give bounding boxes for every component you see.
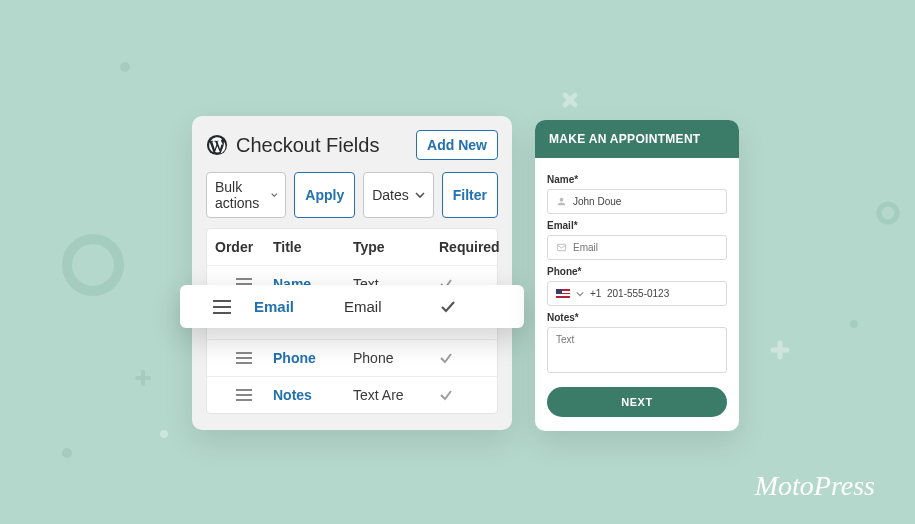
check-icon: [440, 299, 514, 315]
drag-handle-icon[interactable]: [190, 300, 254, 314]
decor-circle-outline: [58, 230, 128, 300]
email-input[interactable]: [573, 242, 718, 253]
phone-field[interactable]: [547, 281, 727, 306]
decor-dot: [160, 430, 168, 438]
bulk-actions-label: Bulk actions: [215, 179, 265, 211]
phone-input[interactable]: [590, 288, 718, 299]
appointment-heading: MAKE AN APPOINTMENT: [535, 120, 739, 158]
appointment-card: MAKE AN APPOINTMENT Name* Email* Phone* …: [535, 120, 739, 431]
email-field[interactable]: [547, 235, 727, 260]
col-order: Order: [215, 239, 273, 255]
drag-handle-icon[interactable]: [215, 352, 273, 364]
drag-handle-icon[interactable]: [215, 389, 273, 401]
brand-logo: MotoPress: [755, 470, 875, 502]
check-icon: [439, 351, 489, 365]
toolbar: Bulk actions Apply Dates Filter: [206, 172, 498, 218]
notes-label: Notes*: [547, 312, 727, 323]
chevron-down-icon: [415, 190, 425, 200]
field-type: Text Are: [353, 387, 439, 403]
notes-input[interactable]: [547, 327, 727, 373]
wordpress-logo-icon: [206, 134, 228, 156]
filter-button[interactable]: Filter: [442, 172, 498, 218]
panel-header: Checkout Fields Add New: [206, 130, 498, 160]
dates-select[interactable]: Dates: [363, 172, 434, 218]
field-title-link[interactable]: Email: [254, 298, 344, 315]
panel-title: Checkout Fields: [236, 134, 379, 157]
highlighted-row[interactable]: Email Email: [180, 285, 524, 328]
table-row: Notes Text Are: [207, 376, 497, 413]
appointment-body: Name* Email* Phone* Notes* NEXT: [535, 158, 739, 431]
check-icon: [439, 388, 489, 402]
field-title-link[interactable]: Notes: [273, 387, 353, 403]
svg-point-0: [67, 239, 119, 291]
table-header-row: Order Title Type Required: [207, 229, 497, 265]
svg-point-3: [62, 448, 72, 458]
chevron-down-icon: [271, 190, 278, 200]
col-title: Title: [273, 239, 353, 255]
decor-plus: [135, 370, 151, 386]
name-field[interactable]: [547, 189, 727, 214]
mail-icon: [556, 242, 567, 253]
name-input[interactable]: [573, 196, 718, 207]
decor-x: [560, 90, 580, 110]
phone-label: Phone*: [547, 266, 727, 277]
svg-point-2: [120, 62, 130, 72]
add-new-button[interactable]: Add New: [416, 130, 498, 160]
decor-circle-outline-small: [875, 200, 901, 226]
field-type: Phone: [353, 350, 439, 366]
decor-dot: [850, 320, 858, 328]
next-button[interactable]: NEXT: [547, 387, 727, 417]
svg-point-4: [160, 430, 168, 438]
chevron-down-icon[interactable]: [576, 290, 584, 298]
decor-dot: [120, 62, 130, 72]
name-label: Name*: [547, 174, 727, 185]
col-type: Type: [353, 239, 439, 255]
decor-plus: [770, 340, 790, 360]
apply-button[interactable]: Apply: [294, 172, 355, 218]
checkout-fields-panel: Checkout Fields Add New Bulk actions App…: [192, 116, 512, 430]
us-flag-icon[interactable]: [556, 289, 570, 298]
field-type: Email: [344, 298, 440, 315]
col-required: Required: [439, 239, 500, 255]
svg-point-5: [850, 320, 858, 328]
decor-dot: [62, 448, 72, 458]
user-icon: [556, 196, 567, 207]
svg-point-1: [879, 204, 897, 222]
email-label: Email*: [547, 220, 727, 231]
table-row: Phone Phone: [207, 339, 497, 376]
field-title-link[interactable]: Phone: [273, 350, 353, 366]
dates-label: Dates: [372, 187, 409, 203]
bulk-actions-select[interactable]: Bulk actions: [206, 172, 286, 218]
